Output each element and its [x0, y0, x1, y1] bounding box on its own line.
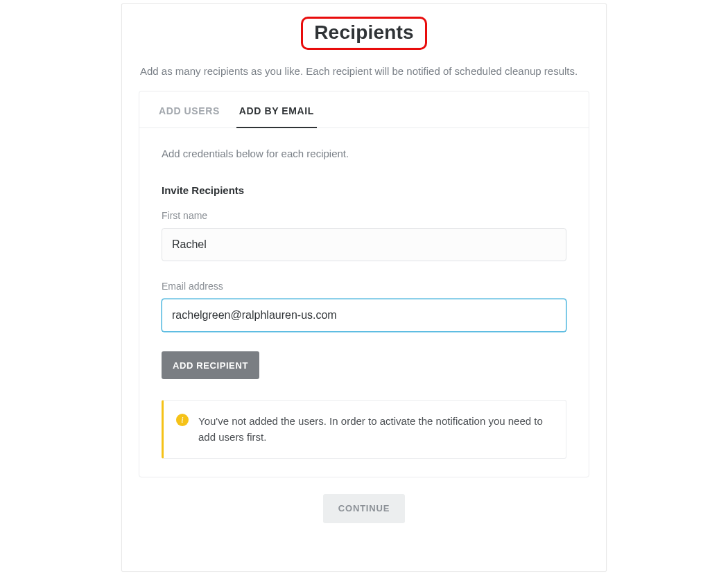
info-text: You've not added the users. In order to … [198, 413, 553, 446]
info-icon: i [176, 414, 189, 426]
recipients-dialog: Recipients Add as many recipients as you… [121, 3, 607, 572]
first-name-group: First name [162, 210, 566, 261]
page-title: Recipients [314, 21, 414, 43]
tab-add-by-email[interactable]: ADD BY EMAIL [238, 91, 315, 128]
email-label: Email address [162, 281, 566, 292]
first-name-input[interactable] [162, 228, 566, 261]
tab-add-users[interactable]: ADD USERS [157, 91, 221, 128]
card-body: Add credentials below for each recipient… [139, 128, 589, 477]
helper-text: Add credentials below for each recipient… [162, 148, 566, 159]
recipients-card: ADD USERS ADD BY EMAIL Add credentials b… [139, 91, 589, 477]
continue-button[interactable]: CONTINUE [323, 494, 405, 523]
add-recipient-button[interactable]: ADD RECIPIENT [162, 351, 259, 379]
title-highlight: Recipients [301, 17, 427, 50]
info-banner: i You've not added the users. In order t… [162, 400, 566, 459]
page-subtitle: Add as many recipients as you like. Each… [139, 65, 589, 77]
title-wrap: Recipients [139, 17, 589, 50]
dialog-footer: CONTINUE [139, 494, 589, 523]
email-input[interactable] [162, 299, 566, 332]
tabs: ADD USERS ADD BY EMAIL [139, 91, 589, 128]
first-name-label: First name [162, 210, 566, 221]
email-group: Email address [162, 281, 566, 332]
invite-section-title: Invite Recipients [162, 184, 566, 196]
